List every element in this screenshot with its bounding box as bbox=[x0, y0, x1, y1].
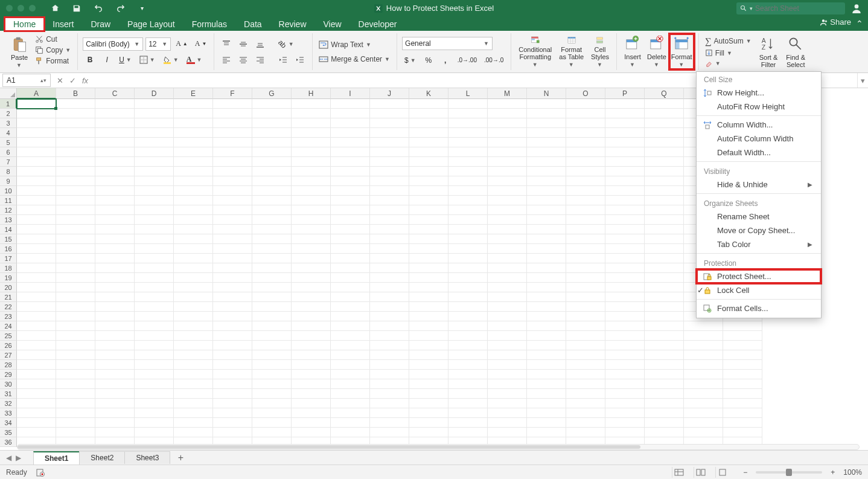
cell[interactable] bbox=[409, 341, 448, 350]
cell[interactable] bbox=[292, 350, 331, 360]
cell[interactable] bbox=[174, 205, 213, 215]
cell[interactable] bbox=[95, 408, 135, 418]
row-header[interactable]: 11 bbox=[0, 196, 17, 205]
cell[interactable] bbox=[488, 389, 527, 399]
cell[interactable] bbox=[370, 99, 409, 109]
cell[interactable] bbox=[56, 167, 95, 176]
cell[interactable] bbox=[252, 292, 292, 302]
cell[interactable] bbox=[56, 215, 95, 225]
col-header[interactable]: H bbox=[292, 88, 331, 99]
cell[interactable] bbox=[252, 234, 292, 244]
cell[interactable] bbox=[95, 147, 135, 157]
cell[interactable] bbox=[370, 273, 409, 283]
cell[interactable] bbox=[95, 215, 135, 225]
cell[interactable] bbox=[448, 408, 488, 418]
cell[interactable] bbox=[95, 167, 135, 176]
cell[interactable] bbox=[684, 331, 723, 341]
cell[interactable] bbox=[213, 167, 252, 176]
cell[interactable] bbox=[331, 341, 370, 350]
cell[interactable] bbox=[566, 244, 605, 254]
cell[interactable] bbox=[56, 176, 95, 186]
cell[interactable] bbox=[605, 321, 645, 331]
menu-move-copy-sheet[interactable]: Move or Copy Sheet... bbox=[697, 223, 821, 237]
cell[interactable] bbox=[566, 138, 605, 147]
sort-filter-button[interactable]: AZSort & Filter bbox=[757, 34, 780, 69]
cell[interactable] bbox=[645, 312, 684, 321]
cell[interactable] bbox=[527, 302, 566, 312]
cell[interactable] bbox=[174, 292, 213, 302]
cell[interactable] bbox=[174, 128, 213, 138]
expand-formula-bar-icon[interactable]: ▾ bbox=[857, 73, 868, 88]
cell[interactable] bbox=[566, 215, 605, 225]
cell[interactable] bbox=[292, 389, 331, 399]
cell[interactable] bbox=[135, 186, 174, 196]
cell[interactable] bbox=[292, 118, 331, 128]
cell[interactable] bbox=[566, 205, 605, 215]
cell[interactable] bbox=[605, 360, 645, 370]
cell[interactable] bbox=[448, 176, 488, 186]
cell[interactable] bbox=[56, 399, 95, 408]
cell[interactable] bbox=[135, 205, 174, 215]
cell[interactable] bbox=[527, 118, 566, 128]
cell[interactable] bbox=[95, 321, 135, 331]
cell[interactable] bbox=[527, 283, 566, 292]
cell[interactable] bbox=[488, 350, 527, 360]
cell[interactable] bbox=[488, 273, 527, 283]
cell[interactable] bbox=[135, 350, 174, 360]
cell[interactable] bbox=[684, 399, 723, 408]
cell[interactable] bbox=[448, 128, 488, 138]
cell[interactable] bbox=[645, 399, 684, 408]
cell[interactable] bbox=[213, 399, 252, 408]
align-center-button[interactable] bbox=[236, 53, 251, 66]
cell[interactable] bbox=[17, 360, 56, 370]
cell[interactable] bbox=[292, 428, 331, 437]
cell[interactable] bbox=[17, 312, 56, 321]
cell[interactable] bbox=[488, 263, 527, 273]
cell[interactable] bbox=[723, 350, 762, 360]
cell[interactable] bbox=[566, 428, 605, 437]
row-header[interactable]: 17 bbox=[0, 254, 17, 263]
delete-cells-button[interactable]: Delete▼ bbox=[645, 34, 669, 69]
view-page-break-icon[interactable] bbox=[715, 467, 729, 478]
cell[interactable] bbox=[174, 157, 213, 167]
cell[interactable] bbox=[409, 350, 448, 360]
cell[interactable] bbox=[135, 370, 174, 379]
cell[interactable] bbox=[645, 176, 684, 186]
col-header[interactable]: P bbox=[605, 88, 645, 99]
menu-rename-sheet[interactable]: Rename Sheet bbox=[697, 210, 821, 223]
cell[interactable] bbox=[527, 399, 566, 408]
cell[interactable] bbox=[17, 302, 56, 312]
cell[interactable] bbox=[292, 128, 331, 138]
cell[interactable] bbox=[56, 128, 95, 138]
cell[interactable] bbox=[527, 244, 566, 254]
row-header[interactable]: 14 bbox=[0, 225, 17, 234]
cell[interactable] bbox=[448, 99, 488, 109]
cell[interactable] bbox=[292, 292, 331, 302]
cell[interactable] bbox=[174, 244, 213, 254]
cell[interactable] bbox=[17, 118, 56, 128]
cell[interactable] bbox=[95, 234, 135, 244]
cell[interactable] bbox=[488, 234, 527, 244]
cell[interactable] bbox=[605, 254, 645, 263]
menu-default-width[interactable]: Default Width... bbox=[697, 146, 821, 159]
autosum-button[interactable]: ∑AutoSum▼ bbox=[704, 36, 753, 47]
cell[interactable] bbox=[684, 350, 723, 360]
cell[interactable] bbox=[135, 138, 174, 147]
decrease-decimal-button[interactable]: .00→.0 bbox=[482, 54, 506, 67]
cell[interactable] bbox=[448, 157, 488, 167]
cell[interactable] bbox=[605, 292, 645, 302]
cell[interactable] bbox=[56, 370, 95, 379]
cell[interactable] bbox=[684, 408, 723, 418]
cell[interactable] bbox=[213, 408, 252, 418]
cell[interactable] bbox=[684, 379, 723, 389]
cell[interactable] bbox=[252, 321, 292, 331]
cell[interactable] bbox=[370, 186, 409, 196]
cell[interactable] bbox=[409, 418, 448, 428]
cell[interactable] bbox=[252, 109, 292, 118]
cell[interactable] bbox=[135, 215, 174, 225]
cell[interactable] bbox=[292, 234, 331, 244]
cell[interactable] bbox=[213, 292, 252, 302]
cell[interactable] bbox=[331, 399, 370, 408]
cell[interactable] bbox=[17, 128, 56, 138]
cell[interactable] bbox=[213, 205, 252, 215]
